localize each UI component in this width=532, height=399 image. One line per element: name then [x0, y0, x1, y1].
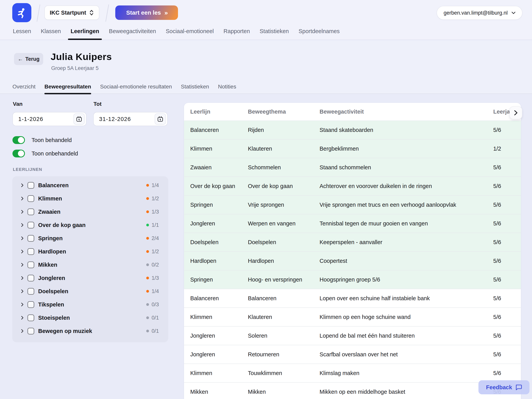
leerlijn-checkbox[interactable] [27, 208, 34, 215]
leerlijn-checkbox[interactable] [27, 328, 34, 335]
cell-leerlijn: Klimmen [190, 370, 248, 376]
cell-thema: Hardlopen [248, 258, 320, 264]
leerlijn-checkbox[interactable] [27, 261, 34, 268]
calendar-button-from[interactable] [73, 113, 85, 125]
toggle-switch[interactable] [13, 136, 25, 144]
chevron-right-icon[interactable] [20, 262, 25, 267]
table-row[interactable]: MikkenMikkenMikken op een middelhoge bas… [184, 383, 521, 399]
column-header-beweegthema: Beweegthema [248, 109, 320, 115]
tab-statistieken[interactable]: Statistieken [181, 79, 209, 94]
cell-activiteit: Mikken op een middelhoge basket [320, 389, 493, 395]
nav-item-statistieken[interactable]: Statistieken [260, 23, 289, 39]
column-header-leerlijn: Leerlijn [190, 109, 248, 115]
leerlijn-item-bewegen-op-muziek[interactable]: Bewegen op muziek0/1 [12, 324, 168, 338]
status-dot-gray [146, 303, 149, 306]
leerlijn-label: Hardlopen [38, 248, 66, 255]
table-row[interactable]: BalancerenRijdenStaand skateboarden5/6 [184, 121, 521, 140]
toggle-show-untreated[interactable]: Toon onbehandeld [13, 150, 78, 157]
leerlijn-checkbox[interactable] [27, 248, 34, 255]
leerlijn-checkbox[interactable] [27, 275, 34, 282]
chevron-right-icon[interactable] [20, 289, 25, 294]
chevron-right-icon[interactable] [20, 223, 25, 228]
table-row[interactable]: KlimmenKlauterenBergbeklimmen1/2 [184, 140, 521, 158]
nav-item-sociaal-emotioneel[interactable]: Sociaal-emotioneel [166, 23, 214, 39]
chevron-right-icon[interactable] [20, 183, 25, 188]
leerlijn-progress: 1/2 [146, 196, 159, 202]
nav-item-beweegactiviteiten[interactable]: Beweegactiviteiten [109, 23, 156, 39]
tab-sociaal-emotionele-resultaten[interactable]: Sociaal-emotionele resultaten [100, 79, 172, 94]
date-to-input[interactable]: 31-12-2026 [93, 112, 168, 126]
chevron-right-icon[interactable] [20, 249, 25, 254]
results-table: Leerlijn Beweegthema Beweegactiviteit Le… [184, 103, 521, 399]
leerlijn-checkbox[interactable] [27, 288, 34, 295]
leerlijn-item-over-de-kop-gaan[interactable]: Over de kop gaan1/1 [12, 219, 168, 232]
leerlijn-item-springen[interactable]: Springen2/4 [12, 232, 168, 245]
cell-thema: Werpen en vangen [248, 220, 320, 227]
chevron-right-icon[interactable] [20, 209, 25, 214]
leerlijn-item-balanceren[interactable]: Balanceren1/4 [12, 179, 168, 192]
account-menu[interactable]: gerben.van.limpt@tilburg.nl [437, 6, 522, 20]
tab-overzicht[interactable]: Overzicht [13, 79, 35, 94]
leerlijn-checkbox[interactable] [27, 222, 34, 229]
chevron-right-icon[interactable] [20, 302, 25, 307]
leerlijn-checkbox[interactable] [27, 182, 34, 189]
select-updown-icon [89, 10, 94, 16]
calendar-button-to[interactable] [155, 113, 166, 125]
table-row[interactable]: SpringenHoog- en verspringenHoogspringen… [184, 270, 521, 289]
table-row[interactable]: JonglerenRetournerenScarfbal overslaan o… [184, 345, 521, 364]
table-row[interactable]: SpringenVrije sprongenVrije sprongen met… [184, 196, 521, 214]
chevron-right-icon[interactable] [20, 276, 25, 281]
school-selector[interactable]: IKC Startpunt [44, 6, 99, 20]
leerlijn-checkbox[interactable] [27, 235, 34, 242]
table-row[interactable]: Over de kop gaanOver de kop gaanAchterov… [184, 177, 521, 196]
leerlijn-item-jongleren[interactable]: Jongleren1/3 [12, 271, 168, 285]
back-button[interactable]: ← Terug [14, 53, 43, 65]
table-row[interactable]: KlimmenTouwklimmenKlimslag maken5/6 [184, 364, 521, 383]
tab-beweegresultaten[interactable]: Beweegresultaten [44, 79, 91, 94]
leerlijn-checkbox[interactable] [27, 195, 34, 202]
leerlijn-checkbox[interactable] [27, 301, 34, 308]
leerlijn-item-doelspelen[interactable]: Doelspelen1/4 [12, 285, 168, 298]
feedback-button[interactable]: Feedback [478, 380, 529, 394]
chevron-right-icon[interactable] [20, 315, 25, 320]
cell-leerlijn: Jongleren [190, 333, 248, 339]
chevron-right-icon[interactable] [20, 196, 25, 201]
nav-item-sportdeelnames[interactable]: Sportdeelnames [298, 23, 340, 39]
tab-notities[interactable]: Notities [218, 79, 236, 94]
nav-item-klassen[interactable]: Klassen [41, 23, 61, 39]
table-row[interactable]: HardlopenHardlopenCoopertest5/6 [184, 252, 521, 270]
table-row[interactable]: JonglerenSolerenLopend de bal met één ha… [184, 327, 521, 345]
leerlijn-item-tikspelen[interactable]: Tikspelen0/3 [12, 298, 168, 311]
toggle-show-treated[interactable]: Toon behandeld [13, 136, 72, 144]
cell-thema: Mikken [248, 389, 320, 395]
toggle-knob [18, 137, 24, 143]
leerlijn-checkbox[interactable] [27, 315, 34, 321]
chevron-right-icon[interactable] [20, 236, 25, 241]
table-row[interactable]: ZwaaienSchommelenStaand schommelen5/6 [184, 158, 521, 177]
start-lesson-button[interactable]: Start een les » [115, 6, 178, 20]
nav-item-leerlingen[interactable]: Leerlingen [71, 23, 99, 39]
leerlijn-item-hardlopen[interactable]: Hardlopen1/2 [12, 245, 168, 258]
cell-activiteit: Keeperspelen - aanvaller [320, 239, 493, 245]
leerlijn-item-stoeispelen[interactable]: Stoeispelen0/1 [12, 311, 168, 324]
table-row[interactable]: DoelspelenDoelspelenKeeperspelen - aanva… [184, 233, 521, 252]
toggle-switch[interactable] [13, 150, 25, 157]
leerlijn-item-zwaaien[interactable]: Zwaaien1/3 [12, 205, 168, 219]
leerlijn-item-mikken[interactable]: Mikken0/2 [12, 258, 168, 271]
table-row[interactable]: BalancerenBalancerenLopen over een schui… [184, 289, 521, 308]
toggle-label: Toon onbehandeld [32, 150, 78, 157]
cell-thema: Klauteren [248, 314, 320, 320]
table-scroll-right-button[interactable] [509, 106, 522, 119]
chevron-right-icon[interactable] [20, 328, 25, 334]
table-row[interactable]: KlimmenKlauterenKlimmen op een hoge schu… [184, 308, 521, 327]
cell-leerjaar: 5/6 [493, 295, 521, 302]
app-logo[interactable] [12, 3, 31, 22]
table-row[interactable]: JonglerenWerpen en vangenTennisbal tegen… [184, 214, 521, 233]
tot-label: Tot [94, 101, 101, 107]
cell-leerlijn: Jongleren [190, 220, 248, 227]
leerlijn-item-klimmen[interactable]: Klimmen1/2 [12, 192, 168, 205]
date-from-input[interactable]: 1-1-2026 [13, 112, 86, 126]
student-header: ← Terug Julia Kuipers Groep 5A Leerjaar … [0, 40, 532, 94]
nav-item-lessen[interactable]: Lessen [13, 23, 31, 39]
nav-item-rapporten[interactable]: Rapporten [223, 23, 250, 39]
